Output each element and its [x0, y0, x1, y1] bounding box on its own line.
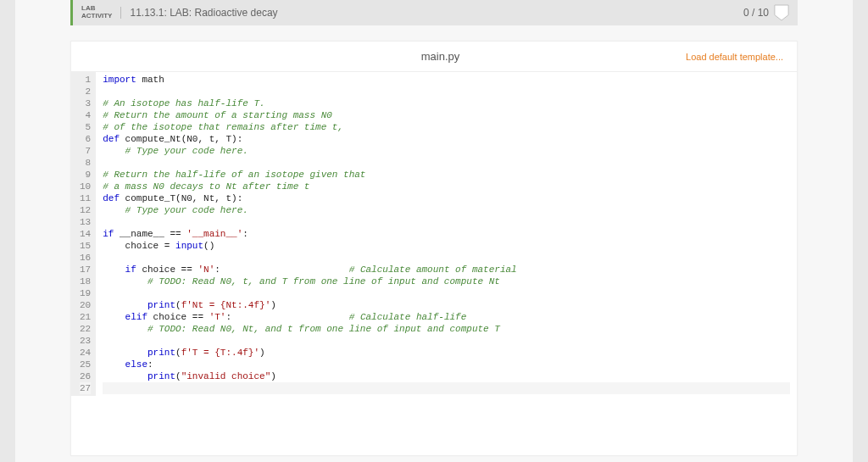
editor-card: main.py Load default template... 1234567… — [70, 41, 798, 456]
line-number: 23 — [80, 335, 91, 347]
code-line[interactable]: if __name__ == '__main__': — [103, 228, 790, 240]
line-number: 14 — [80, 228, 91, 240]
line-number: 20 — [80, 299, 91, 311]
code-line[interactable] — [103, 86, 790, 97]
code-line[interactable]: def compute_T(N0, Nt, t): — [103, 192, 790, 204]
code-line[interactable]: if choice == 'N': # Calculate amount of … — [103, 264, 790, 276]
code-line[interactable]: print(f'Nt = {Nt:.4f}') — [103, 299, 790, 311]
line-number: 4 — [80, 109, 91, 121]
line-gutter: 1234567891011121314151617181920212223242… — [71, 72, 96, 396]
code-line[interactable]: # TODO: Read N0, Nt, and t from one line… — [103, 323, 790, 335]
line-number: 27 — [80, 382, 91, 394]
code-line[interactable] — [103, 335, 790, 347]
lab-badge-line2: ACTIVITY — [81, 13, 112, 20]
score: 0 / 10 — [743, 7, 769, 19]
line-number: 22 — [80, 323, 91, 335]
code-area[interactable]: import math # An isotope has half-life T… — [96, 72, 797, 396]
line-number: 2 — [80, 86, 91, 97]
code-line[interactable] — [103, 216, 790, 228]
line-number: 11 — [80, 192, 91, 204]
code-line[interactable]: # Type your code here. — [103, 145, 790, 157]
line-number: 12 — [80, 204, 91, 216]
line-number: 10 — [80, 181, 91, 192]
line-number: 26 — [80, 370, 91, 382]
code-line[interactable]: choice = input() — [103, 240, 790, 252]
code-line[interactable]: print(f'T = {T:.4f}') — [103, 347, 790, 359]
lab-title: 11.13.1: LAB: Radioactive decay — [120, 7, 743, 19]
line-number: 5 — [80, 121, 91, 133]
lab-header: LAB ACTIVITY 11.13.1: LAB: Radioactive d… — [70, 0, 798, 25]
code-line[interactable]: else: — [103, 359, 790, 370]
editor-card-header: main.py Load default template... — [71, 42, 797, 72]
line-number: 3 — [80, 97, 91, 109]
code-line[interactable]: # Return the amount of a starting mass N… — [103, 109, 790, 121]
code-editor[interactable]: 1234567891011121314151617181920212223242… — [71, 72, 797, 396]
line-number: 24 — [80, 347, 91, 359]
code-line[interactable]: # of the isotope that remains after time… — [103, 121, 790, 133]
code-line[interactable]: import math — [103, 74, 790, 86]
line-number: 15 — [80, 240, 91, 252]
code-line[interactable]: elif choice == 'T': # Calculate half-lif… — [103, 311, 790, 323]
line-number: 7 — [80, 145, 91, 157]
line-number: 1 — [80, 74, 91, 86]
code-line[interactable]: # a mass N0 decays to Nt after time t — [103, 181, 790, 192]
code-line[interactable]: # Type your code here. — [103, 204, 790, 216]
line-number: 8 — [80, 157, 91, 169]
code-line[interactable]: # An isotope has half-life T. — [103, 97, 790, 109]
page: LAB ACTIVITY 11.13.1: LAB: Radioactive d… — [0, 0, 868, 462]
code-line[interactable]: # TODO: Read N0, t, and T from one line … — [103, 276, 790, 287]
filename: main.py — [195, 50, 686, 63]
line-number: 6 — [80, 133, 91, 145]
line-number: 16 — [80, 252, 91, 264]
lab-badge: LAB ACTIVITY — [81, 5, 112, 20]
code-line[interactable] — [103, 157, 790, 169]
code-line[interactable] — [103, 287, 790, 299]
shield-icon — [774, 4, 789, 21]
load-default-template-link[interactable]: Load default template... — [686, 52, 783, 62]
line-number: 17 — [80, 264, 91, 276]
code-line[interactable]: def compute_Nt(N0, t, T): — [103, 133, 790, 145]
code-line[interactable]: print("invalid choice") — [103, 370, 790, 382]
line-number: 18 — [80, 276, 91, 287]
line-number: 21 — [80, 311, 91, 323]
editor-padding — [71, 396, 797, 455]
line-number: 19 — [80, 287, 91, 299]
code-line[interactable] — [103, 252, 790, 264]
line-number: 9 — [80, 169, 91, 181]
code-line[interactable]: # Return the half-life of an isotope giv… — [103, 169, 790, 181]
line-number: 13 — [80, 216, 91, 228]
line-number: 25 — [80, 359, 91, 370]
code-line[interactable] — [103, 382, 790, 394]
